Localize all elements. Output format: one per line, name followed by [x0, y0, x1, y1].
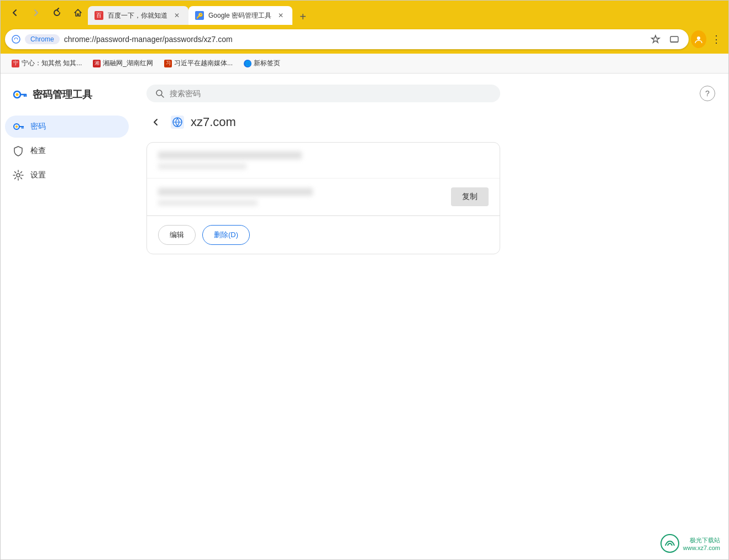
search-icon: [155, 89, 164, 98]
sidebar-label-passwords: 密码: [30, 122, 46, 132]
svg-line-16: [161, 95, 164, 97]
username-label-blurred: [158, 164, 247, 169]
pm-logo-icon: [12, 87, 27, 102]
bookmark-label-ningxin: 宁心：知其然 知其...: [22, 59, 82, 68]
pm-main-area: ?: [133, 74, 728, 559]
sidebar-label-settings: 设置: [30, 170, 46, 180]
address-bar[interactable]: Chrome chrome://password-manager/passwor…: [5, 29, 689, 49]
sidebar-item-check[interactable]: 检查: [5, 140, 129, 162]
site-header: xz7.com: [146, 111, 715, 133]
bookmarks-bar: 宁 宁心：知其然 知其... 湘 湘融网_湖南红网 习 习近平在越南媒体... …: [1, 54, 728, 74]
password-value-blurred: [158, 188, 313, 196]
bookmark-label-xiangrongwang: 湘融网_湖南红网: [103, 59, 153, 68]
password-field: [158, 188, 444, 206]
pm-top-row: ?: [133, 74, 728, 107]
page-content: 密码管理工具 密码: [1, 74, 728, 559]
watermark-logo-icon: [660, 533, 680, 553]
address-icons: [648, 32, 682, 47]
search-container: [146, 85, 500, 102]
pm-logo-row: 密码管理工具: [5, 82, 129, 107]
browser-menu-button[interactable]: ⋮: [709, 32, 724, 47]
svg-point-14: [17, 174, 20, 177]
password-card: 复制 编辑 删除(D): [146, 142, 500, 254]
chrome-badge: Chrome: [25, 34, 60, 44]
svg-point-3: [697, 36, 700, 40]
bookmark-icon-newtab: 🌐: [244, 60, 251, 67]
tab-password-manager[interactable]: 🔑 Google 密码管理工具 ✕: [188, 6, 292, 25]
tab-close-baidu[interactable]: ✕: [172, 11, 182, 20]
help-icon-label: ?: [705, 89, 710, 98]
copy-password-button[interactable]: 复制: [451, 187, 489, 206]
site-favicon: [171, 116, 184, 129]
bookmark-icon-xiangrongwang: 湘: [93, 60, 101, 67]
pm-layout: 密码管理工具 密码: [1, 74, 728, 559]
site-name: xz7.com: [191, 115, 236, 129]
tab-cast-button[interactable]: [667, 32, 682, 47]
bookmark-star-button[interactable]: [648, 32, 663, 47]
bookmark-newtab[interactable]: 🌐 新标签页: [239, 56, 285, 70]
key-icon: [13, 121, 24, 132]
username-field: [158, 151, 489, 169]
sidebar-item-passwords[interactable]: 密码: [5, 116, 129, 138]
svg-point-10: [15, 125, 18, 128]
username-row: [147, 143, 500, 179]
delete-button[interactable]: 删除(D): [202, 225, 250, 245]
search-input[interactable]: [170, 89, 491, 98]
tab-favicon-pm: 🔑: [195, 11, 204, 20]
card-actions: 编辑 删除(D): [147, 216, 500, 254]
password-sublabel-blurred: [158, 200, 258, 206]
tab-baidu[interactable]: 百 百度一下，你就知道 ✕: [88, 6, 188, 25]
bookmark-icon-ningxin: 宁: [12, 60, 19, 67]
pm-sidebar: 密码管理工具 密码: [1, 74, 133, 559]
profile-button[interactable]: [691, 32, 706, 47]
site-section: xz7.com: [133, 107, 728, 259]
bookmark-label-newtab: 新标签页: [254, 59, 280, 68]
settings-icon: [13, 170, 24, 181]
reload-button[interactable]: [47, 3, 67, 23]
profile-avatar: [691, 30, 706, 48]
bookmark-label-xijinping: 习近平在越南媒体...: [174, 59, 233, 68]
tab-close-pm[interactable]: ✕: [276, 11, 286, 20]
sidebar-label-check: 检查: [30, 146, 46, 156]
new-tab-button[interactable]: +: [295, 8, 311, 25]
tab-title-pm: Google 密码管理工具: [208, 11, 271, 20]
svg-point-5: [16, 93, 19, 96]
tab-title-baidu: 百度一下，你就知道: [108, 11, 167, 20]
address-url: chrome://password-manager/passwords/xz7.…: [64, 35, 643, 44]
svg-rect-1: [670, 36, 678, 42]
bookmark-xijinping[interactable]: 习 习近平在越南媒体...: [160, 56, 237, 70]
sidebar-item-settings[interactable]: 设置: [5, 164, 129, 186]
username-value-blurred: [158, 151, 302, 159]
address-bar-row: Chrome chrome://password-manager/passwor…: [1, 25, 728, 54]
bookmark-ningxin[interactable]: 宁 宁心：知其然 知其...: [7, 56, 86, 70]
svg-point-0: [12, 35, 20, 43]
back-button[interactable]: [5, 3, 25, 23]
bookmark-icon-xijinping: 习: [164, 60, 172, 67]
home-button[interactable]: [68, 3, 88, 23]
tab-bar: 百 百度一下，你就知道 ✕ 🔑 Google 密码管理工具 ✕ +: [1, 1, 728, 25]
pm-title: 密码管理工具: [33, 88, 92, 101]
forward-button[interactable]: [26, 3, 46, 23]
lock-icon: [12, 35, 20, 44]
watermark: 极光下载站 www.xz7.com: [660, 533, 720, 553]
site-back-button[interactable]: [146, 113, 164, 131]
browser-window: 百 百度一下，你就知道 ✕ 🔑 Google 密码管理工具 ✕ + Chrome…: [0, 0, 729, 560]
bookmark-xiangrongwang[interactable]: 湘 湘融网_湖南红网: [88, 56, 158, 70]
edit-button[interactable]: 编辑: [158, 225, 196, 245]
tab-favicon-baidu: 百: [95, 11, 103, 20]
watermark-text: 极光下载站 www.xz7.com: [683, 536, 720, 551]
help-button[interactable]: ?: [700, 86, 715, 101]
shield-icon: [13, 145, 24, 156]
password-row: 复制: [147, 179, 500, 216]
